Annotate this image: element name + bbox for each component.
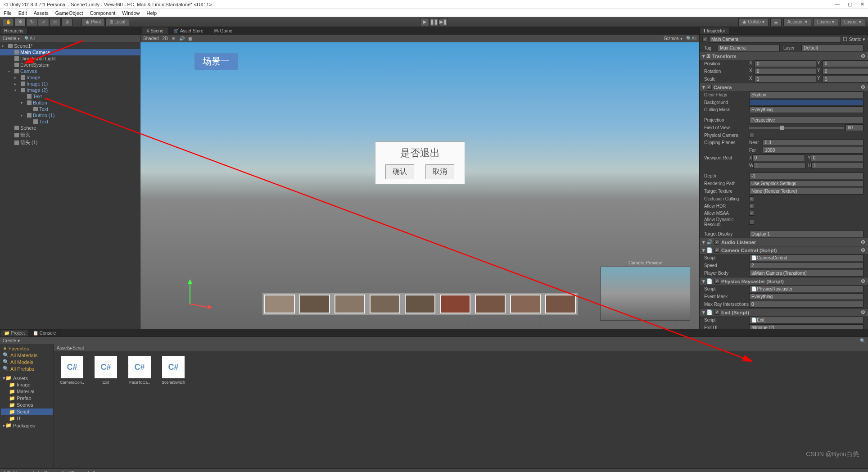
hierarchy-search[interactable]: 🔍All — [24, 36, 35, 41]
cc-script[interactable]: 📄CameraContral — [749, 254, 863, 261]
rc-script[interactable]: 📄PhysicsRaycaster — [749, 286, 863, 292]
thumb-6[interactable] — [440, 295, 470, 313]
pos-x[interactable] — [755, 60, 816, 67]
menu-window[interactable]: Window — [122, 10, 140, 16]
maximize-icon[interactable]: ▢ — [848, 1, 852, 7]
rc-mask[interactable]: Everything — [749, 293, 863, 300]
folder-item[interactable]: 📁 Prefab — [1, 395, 53, 402]
hierarchy-item[interactable]: Text — [0, 106, 140, 112]
folder-item[interactable]: 📁 UI — [1, 415, 53, 422]
hierarchy-item[interactable]: 箭头 — [0, 131, 140, 139]
mode-2d[interactable]: 2D — [162, 36, 168, 41]
step-button[interactable]: ▶❚ — [439, 18, 448, 26]
asset-store-tab[interactable]: 🛒Asset Store — [169, 27, 208, 34]
packages-folder[interactable]: ▸📁 Packages — [1, 422, 53, 429]
cc-body[interactable]: ⊞Main Camera (Transform) — [749, 270, 863, 277]
audio-listener-header[interactable]: ▾ 🔊 ✓ Audio Listener⚙ — [700, 238, 868, 246]
hierarchy-item[interactable]: ▾Scene1* — [0, 43, 140, 49]
menu-component[interactable]: Component — [90, 10, 115, 16]
scale-tool-icon[interactable]: ⤢ — [38, 18, 49, 26]
thumb-4[interactable] — [370, 295, 400, 313]
occlusion-checkbox[interactable]: ✓ — [749, 196, 754, 201]
fov-input[interactable] — [845, 124, 863, 131]
assets-folder[interactable]: ▾📁 Assets — [1, 375, 53, 381]
collab-dropdown[interactable]: ◉Collab ▾ — [738, 18, 768, 26]
raycaster-header[interactable]: ▾ 📄 ✓ Physics Raycaster (Script)⚙ — [700, 277, 868, 285]
hierarchy-item[interactable]: ▾Canvas — [0, 68, 140, 74]
fav-materials[interactable]: 🔍All Materials — [1, 352, 53, 359]
menu-edit[interactable]: Edit — [18, 10, 27, 16]
close-icon[interactable]: ✕ — [860, 1, 864, 7]
transform-header[interactable]: ▾ ⊞ Transform⚙ — [700, 52, 868, 60]
hierarchy-item[interactable]: Directional Light — [0, 55, 140, 62]
menu-assets[interactable]: Assets — [34, 10, 49, 16]
hierarchy-tab[interactable]: Hierarchy — [0, 27, 27, 34]
culling-dropdown[interactable]: Everything — [749, 106, 863, 113]
gameobject-name-input[interactable] — [709, 36, 841, 43]
hierarchy-item[interactable]: ▾Image (2) — [0, 87, 140, 93]
rendering-dropdown[interactable]: Use Graphics Settings — [749, 180, 863, 187]
exit-ui-field[interactable]: ⊞Image (2) — [749, 324, 863, 329]
project-breadcrumb[interactable]: Assets ▸ Script — [54, 344, 868, 351]
hierarchy-item[interactable]: Text — [0, 93, 140, 100]
hierarchy-item[interactable]: Sphere — [0, 125, 140, 131]
vp-x[interactable] — [752, 154, 805, 161]
msaa-checkbox[interactable]: ✓ — [749, 211, 754, 216]
rect-tool-icon[interactable]: ▭ — [50, 18, 61, 26]
script-asset[interactable]: C#Exit — [92, 356, 119, 385]
near-clip[interactable] — [763, 139, 863, 146]
scl-x[interactable] — [755, 76, 816, 82]
audio-icon[interactable]: 🔊 — [179, 36, 185, 41]
scene-view[interactable]: #Scene 🛒Asset Store 🎮Game Shaded 2D ☀ 🔊 … — [140, 27, 699, 329]
static-checkbox[interactable]: ☐ Static ▾ — [843, 36, 865, 42]
script-asset[interactable]: C#SceneSwitch — [160, 356, 187, 385]
projection-dropdown[interactable]: Perspective — [749, 117, 863, 123]
project-search[interactable]: 🔍 — [860, 338, 865, 343]
fav-models[interactable]: 🔍All Models — [1, 359, 53, 365]
folder-item[interactable]: 📁 Image — [1, 381, 53, 388]
folder-item[interactable]: 📁 Script — [1, 408, 53, 415]
confirm-button[interactable]: 确认 — [385, 164, 414, 179]
exit-script[interactable]: 📄Exit — [749, 317, 863, 323]
thumb-1[interactable] — [264, 295, 295, 313]
cc-speed[interactable] — [749, 262, 863, 269]
account-dropdown[interactable]: Account ▾ — [783, 18, 811, 26]
vp-w[interactable] — [753, 162, 805, 169]
menu-file[interactable]: File — [4, 10, 12, 16]
play-button[interactable]: ▶ — [420, 18, 429, 26]
transform-tool-icon[interactable]: ⊕ — [61, 18, 72, 26]
layout-dropdown[interactable]: Layout ▾ — [840, 18, 865, 26]
script-asset[interactable]: C#FaceToCa.. — [126, 356, 153, 385]
pause-button[interactable]: ❚❚ — [429, 18, 439, 26]
camera-contral-header[interactable]: ▾ 📄 ✓ Camera Contral (Script)⚙ — [700, 246, 868, 254]
target-display-dropdown[interactable]: Display 1 — [749, 231, 863, 237]
far-clip[interactable] — [763, 147, 863, 154]
thumb-7[interactable] — [475, 295, 506, 313]
cancel-button[interactable]: 取消 — [425, 164, 454, 179]
thumb-8[interactable] — [510, 295, 541, 313]
background-color[interactable] — [749, 99, 863, 105]
console-tab[interactable]: 📋 Console — [29, 329, 60, 336]
hierarchy-item[interactable]: ▾Button (1) — [0, 112, 140, 118]
target-texture[interactable]: None (Render Texture) — [749, 188, 863, 195]
menu-gameobject[interactable]: GameObject — [55, 10, 83, 16]
hierarchy-item[interactable]: ▸Image (1) — [0, 81, 140, 87]
hierarchy-item[interactable]: Main Camera — [0, 49, 140, 55]
folder-item[interactable]: 📁 Scenes — [1, 402, 53, 408]
move-gizmo-icon[interactable] — [185, 277, 212, 309]
script-asset[interactable]: C#CameraCon.. — [59, 356, 86, 385]
minimize-icon[interactable]: — — [835, 1, 840, 7]
rot-x[interactable] — [755, 68, 816, 75]
shaded-dropdown[interactable]: Shaded — [143, 36, 158, 41]
favorites-label[interactable]: ★ Favorites — [1, 345, 53, 352]
scene-search[interactable]: 🔍All — [686, 36, 696, 41]
rotate-tool-icon[interactable]: ↻ — [26, 18, 37, 26]
fx-icon[interactable]: ▦ — [188, 36, 192, 41]
hand-tool-icon[interactable]: ✋ — [3, 18, 14, 26]
fav-prefabs[interactable]: 🔍All Prefabs — [1, 365, 53, 372]
layers-dropdown[interactable]: Layers ▾ — [813, 18, 838, 26]
hierarchy-item[interactable]: EventSystem — [0, 62, 140, 68]
move-tool-icon[interactable]: ✥ — [14, 18, 26, 26]
gizmos-toggle[interactable]: Gizmos ▾ — [664, 36, 683, 41]
tag-dropdown[interactable]: MainCamera — [718, 45, 780, 51]
